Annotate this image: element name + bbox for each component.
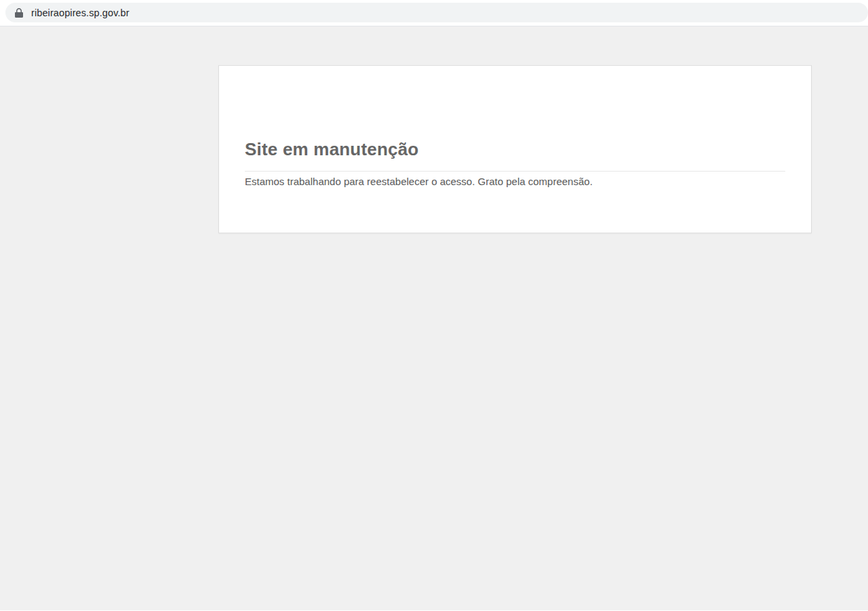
maintenance-card: Site em manutenção Estamos trabalhando p…	[218, 65, 812, 233]
lock-icon[interactable]	[15, 7, 23, 18]
page-title: Site em manutenção	[245, 66, 785, 158]
page-background: Site em manutenção Estamos trabalhando p…	[0, 26, 868, 610]
url-text: ribeiraopires.sp.gov.br	[31, 7, 130, 18]
browser-toolbar: ribeiraopires.sp.gov.br	[0, 0, 868, 26]
divider	[245, 171, 785, 172]
address-bar[interactable]: ribeiraopires.sp.gov.br	[5, 3, 868, 22]
maintenance-message: Estamos trabalhando para reestabelecer o…	[245, 176, 785, 188]
